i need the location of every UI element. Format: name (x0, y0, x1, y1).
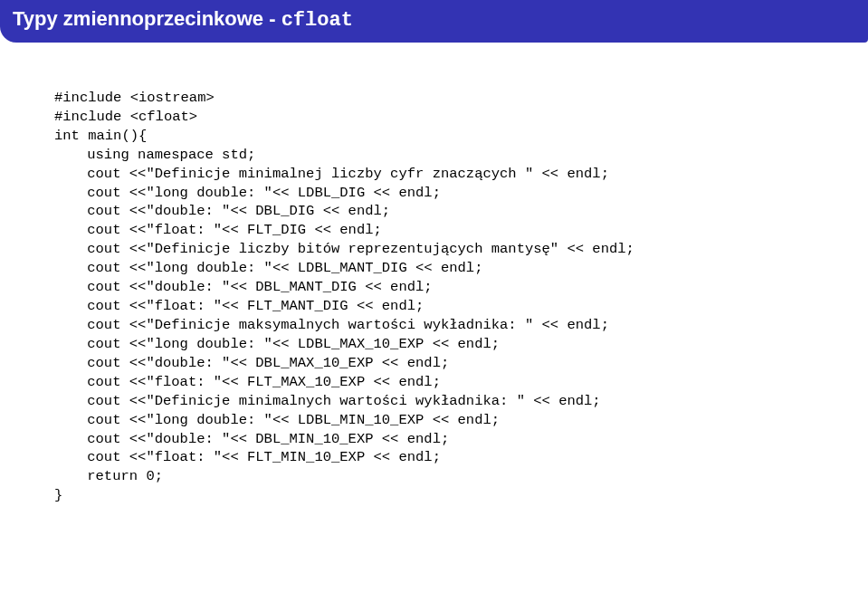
code-line: cout <<"float: "<< FLT_DIG << endl; (54, 222, 382, 238)
code-block: #include <iostream> #include <cfloat> in… (0, 43, 868, 521)
code-line: cout <<"float: "<< FLT_MAX_10_EXP << end… (54, 374, 441, 390)
title-code: cfloat (281, 9, 353, 32)
code-line: cout <<"Definicje minimalnej liczby cyfr… (54, 166, 609, 182)
code-line: cout <<"float: "<< FLT_MANT_DIG << endl; (54, 298, 424, 314)
code-line: } (54, 487, 62, 503)
code-line: cout <<"float: "<< FLT_MIN_10_EXP << end… (54, 449, 441, 465)
code-line: cout <<"long double: "<< LDBL_MIN_10_EXP… (54, 412, 500, 428)
code-line: cout <<"Definicje liczby bitów reprezent… (54, 241, 634, 257)
code-line: cout <<"long double: "<< LDBL_DIG << end… (54, 185, 441, 201)
slide-header: Typy zmiennoprzecinkowe - cfloat (0, 0, 868, 43)
code-line: cout <<"Definicje maksymalnych wartości … (54, 317, 609, 333)
code-line: cout <<"long double: "<< LDBL_MANT_DIG <… (54, 260, 482, 276)
code-line: return 0; (54, 468, 163, 484)
code-line: #include <cfloat> (54, 109, 197, 125)
slide-title: Typy zmiennoprzecinkowe - cfloat (13, 7, 353, 30)
code-line: cout <<"double: "<< DBL_DIG << endl; (54, 203, 390, 219)
code-line: int main(){ (54, 128, 147, 144)
code-line: using namespace std; (54, 147, 255, 163)
code-line: cout <<"Definicje minimalnych wartości w… (54, 393, 601, 409)
code-line: cout <<"double: "<< DBL_MAX_10_EXP << en… (54, 355, 449, 371)
title-text: Typy zmiennoprzecinkowe - (13, 7, 281, 30)
code-line: #include <iostream> (54, 90, 215, 106)
code-line: cout <<"double: "<< DBL_MIN_10_EXP << en… (54, 431, 449, 447)
code-line: cout <<"double: "<< DBL_MANT_DIG << endl… (54, 279, 433, 295)
code-line: cout <<"long double: "<< LDBL_MAX_10_EXP… (54, 336, 500, 352)
